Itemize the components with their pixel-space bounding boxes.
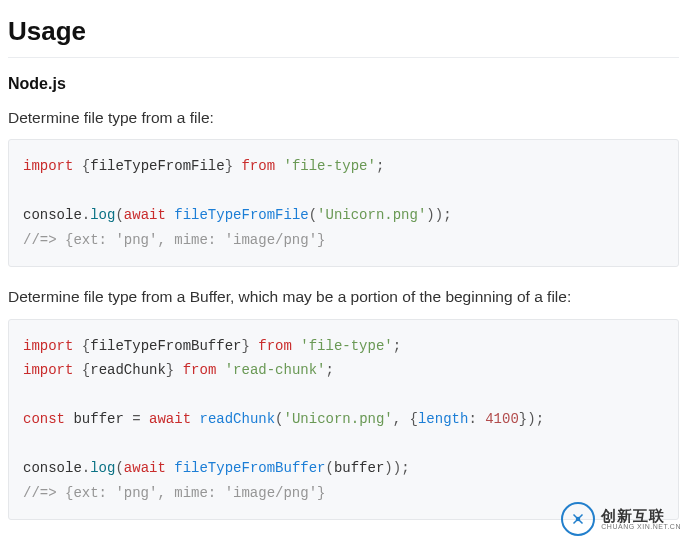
semicolon: ; xyxy=(326,362,334,378)
method-name: log xyxy=(90,207,115,223)
paragraph-file: Determine file type from a file: xyxy=(8,106,679,129)
identifier: readChunk xyxy=(90,362,166,378)
keyword-from: from xyxy=(258,338,292,354)
string-literal: Unicorn.png xyxy=(292,411,384,427)
keyword-await: await xyxy=(124,207,166,223)
property: length xyxy=(418,411,468,427)
comment: //=> {ext: 'png', mime: 'image/png'} xyxy=(23,485,325,501)
string-literal: read-chunk xyxy=(233,362,317,378)
paren-open: ( xyxy=(115,207,123,223)
paren-close: ) xyxy=(527,411,535,427)
identifier: fileTypeFromBuffer xyxy=(90,338,241,354)
function-name: fileTypeFromFile xyxy=(174,207,308,223)
comment: //=> {ext: 'png', mime: 'image/png'} xyxy=(23,232,325,248)
keyword-await: await xyxy=(124,460,166,476)
code-block-1: import {fileTypeFromFile} from 'file-typ… xyxy=(8,139,679,267)
semicolon: ; xyxy=(536,411,544,427)
string-quote: ' xyxy=(368,158,376,174)
function-name: readChunk xyxy=(199,411,275,427)
brace-open: { xyxy=(82,338,90,354)
identifier: fileTypeFromFile xyxy=(90,158,224,174)
brace-close: } xyxy=(225,158,233,174)
brace-open: { xyxy=(82,362,90,378)
string-quote: ' xyxy=(300,338,308,354)
string-literal: Unicorn.png xyxy=(326,207,418,223)
keyword-from: from xyxy=(241,158,275,174)
string-quote: ' xyxy=(384,411,392,427)
watermark-tagline: CHUANG XIN.NET.CN xyxy=(601,523,681,530)
keyword-await: await xyxy=(149,411,191,427)
semicolon: ; xyxy=(443,207,451,223)
code-block-2: import {fileTypeFromBuffer} from 'file-t… xyxy=(8,319,679,521)
heading-nodejs: Node.js xyxy=(8,72,679,96)
semicolon: ; xyxy=(393,338,401,354)
method-name: log xyxy=(90,460,115,476)
paren-open: ( xyxy=(309,207,317,223)
paren-close: ) xyxy=(393,460,401,476)
paren-close: ) xyxy=(426,207,434,223)
string-quote: ' xyxy=(284,411,292,427)
heading-usage: Usage xyxy=(8,12,679,58)
string-literal: file-type xyxy=(309,338,385,354)
paren-open: ( xyxy=(275,411,283,427)
paren-close: ) xyxy=(435,207,443,223)
colon: : xyxy=(468,411,476,427)
semicolon: ; xyxy=(376,158,384,174)
keyword-from: from xyxy=(183,362,217,378)
paragraph-buffer: Determine file type from a Buffer, which… xyxy=(8,285,679,308)
comma: , xyxy=(393,411,401,427)
keyword-const: const xyxy=(23,411,65,427)
keyword-import: import xyxy=(23,362,73,378)
identifier: buffer xyxy=(73,411,123,427)
keyword-import: import xyxy=(23,338,73,354)
string-quote: ' xyxy=(317,207,325,223)
dot: . xyxy=(82,460,90,476)
string-literal: file-type xyxy=(292,158,368,174)
brace-close: } xyxy=(241,338,249,354)
number: 4100 xyxy=(485,411,519,427)
brace-open: { xyxy=(82,158,90,174)
equals: = xyxy=(132,411,140,427)
paren-open: ( xyxy=(115,460,123,476)
identifier: console xyxy=(23,207,82,223)
string-quote: ' xyxy=(384,338,392,354)
brace-close: } xyxy=(519,411,527,427)
keyword-import: import xyxy=(23,158,73,174)
string-quote: ' xyxy=(317,362,325,378)
string-quote: ' xyxy=(283,158,291,174)
function-name: fileTypeFromBuffer xyxy=(174,460,325,476)
argument: buffer xyxy=(334,460,384,476)
string-quote: ' xyxy=(225,362,233,378)
identifier: console xyxy=(23,460,82,476)
dot: . xyxy=(82,207,90,223)
paren-close: ) xyxy=(384,460,392,476)
brace-close: } xyxy=(166,362,174,378)
brace-open: { xyxy=(410,411,418,427)
paren-open: ( xyxy=(326,460,334,476)
semicolon: ; xyxy=(401,460,409,476)
